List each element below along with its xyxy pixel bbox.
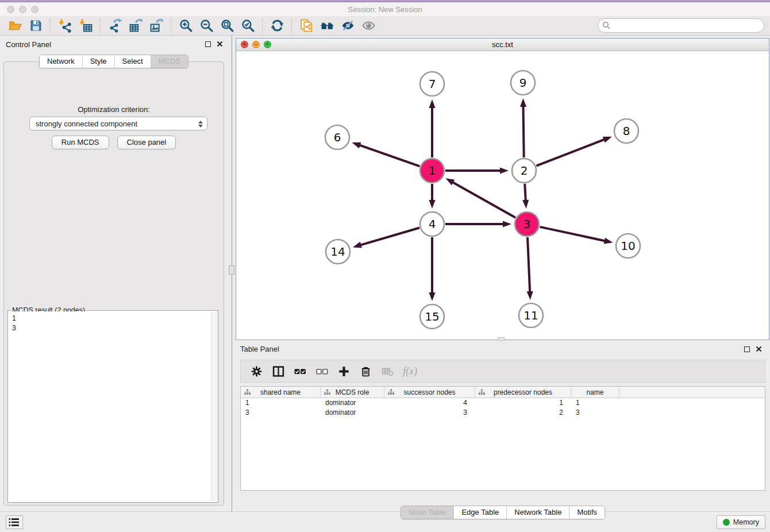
table-cell[interactable]: dominator bbox=[321, 408, 384, 418]
delete-table-icon bbox=[378, 363, 397, 380]
column-header-name[interactable]: name bbox=[571, 387, 619, 398]
graph-edge-2-3[interactable] bbox=[525, 184, 526, 202]
deselect-all-checkboxes-icon[interactable] bbox=[312, 363, 332, 380]
graph-edge-2-8[interactable] bbox=[536, 139, 606, 166]
import-table-icon[interactable] bbox=[77, 18, 94, 34]
graph-edge-3-11[interactable] bbox=[528, 237, 530, 294]
graph-node-label: 1 bbox=[429, 164, 436, 178]
tab-node-table[interactable]: Node Table bbox=[401, 506, 454, 519]
zoom-fit-icon[interactable] bbox=[218, 18, 236, 34]
session-title: Session: New Session bbox=[0, 5, 770, 14]
show-all-icon[interactable] bbox=[360, 18, 377, 34]
mcds-result-box: MCDS result (2 nodes) 13 bbox=[7, 310, 218, 503]
graph-edge-arrowhead bbox=[522, 200, 529, 209]
table-panel-title: Table Panel bbox=[240, 345, 279, 353]
tab-motifs[interactable]: Motifs bbox=[569, 506, 605, 519]
application-window: Session: New Session Control Panel bbox=[0, 0, 770, 532]
toolbar-separator bbox=[100, 18, 101, 33]
run-mcds-button[interactable]: Run MCDS bbox=[52, 136, 109, 149]
open-session-icon[interactable] bbox=[6, 18, 24, 34]
graph-edge-4-14[interactable] bbox=[359, 228, 419, 245]
main-toolbar bbox=[0, 16, 770, 36]
table-row[interactable]: 3dominator323 bbox=[241, 408, 765, 418]
table-cell[interactable]: 2 bbox=[475, 408, 571, 418]
result-line: 1 bbox=[12, 314, 217, 323]
tab-mcds[interactable]: MCDS bbox=[151, 55, 188, 68]
criterion-dropdown[interactable]: strongly connected component bbox=[29, 117, 207, 130]
network-resize-grip[interactable] bbox=[498, 337, 505, 341]
float-panel-icon[interactable] bbox=[205, 41, 211, 47]
table-cell[interactable]: 3 bbox=[571, 408, 619, 418]
column-header-predecessor-nodes[interactable]: predecessor nodes bbox=[475, 387, 571, 398]
mcds-result-text[interactable]: 13 bbox=[9, 311, 217, 502]
export-table-icon[interactable] bbox=[127, 18, 144, 34]
import-network-icon[interactable] bbox=[56, 18, 74, 34]
tab-network[interactable]: Network bbox=[40, 55, 82, 68]
graph-edge-arrowhead bbox=[352, 142, 361, 149]
search-field bbox=[598, 18, 764, 33]
graph-edge-arrowhead bbox=[503, 221, 511, 227]
task-history-button[interactable] bbox=[6, 515, 23, 529]
minimize-traffic-icon[interactable] bbox=[19, 6, 26, 13]
graph-edge-2-9[interactable] bbox=[523, 105, 523, 157]
column-header-shared-name[interactable]: shared name bbox=[241, 387, 321, 398]
zoom-in-icon[interactable] bbox=[177, 18, 194, 34]
graph-edge-1-6[interactable] bbox=[358, 145, 419, 167]
table-settings-icon[interactable] bbox=[247, 363, 266, 380]
graph-edge-arrowhead bbox=[353, 242, 362, 248]
export-network-icon[interactable] bbox=[106, 18, 124, 34]
tab-style[interactable]: Style bbox=[82, 55, 114, 68]
table-body: 1dominator4113dominator323 bbox=[241, 398, 765, 418]
column-header-successor-nodes[interactable]: successor nodes bbox=[384, 387, 475, 398]
function-builder-icon: f(x) bbox=[403, 365, 417, 377]
close-panel-button[interactable]: Close panel bbox=[117, 136, 176, 149]
graph-node-label: 4 bbox=[429, 217, 436, 231]
network-window-titlebar[interactable]: scc.txt bbox=[236, 38, 769, 51]
result-line: 3 bbox=[12, 323, 217, 333]
zoom-selected-icon[interactable] bbox=[239, 18, 256, 34]
delete-row-icon[interactable] bbox=[356, 363, 375, 380]
table-cell[interactable]: 1 bbox=[241, 398, 321, 408]
graph-node-label: 2 bbox=[521, 164, 528, 178]
graph-edge-3-10[interactable] bbox=[540, 227, 606, 241]
close-table-panel-icon[interactable] bbox=[756, 346, 762, 352]
float-table-panel-icon[interactable] bbox=[744, 346, 750, 352]
toolbar-separator bbox=[291, 18, 292, 33]
network-canvas[interactable]: 7968124314101511 bbox=[236, 51, 769, 340]
duplicate-network-icon[interactable] bbox=[298, 18, 315, 34]
splitter-grip[interactable] bbox=[229, 265, 234, 275]
table-cell[interactable]: 3 bbox=[384, 408, 475, 418]
tab-network-table[interactable]: Network Table bbox=[506, 506, 569, 519]
column-header-MCDS-role[interactable]: MCDS role bbox=[321, 387, 384, 398]
toolbar-separator bbox=[262, 18, 263, 33]
table-cell[interactable]: 4 bbox=[384, 398, 475, 408]
zoom-traffic-icon[interactable] bbox=[31, 6, 38, 13]
table-cell[interactable]: 1 bbox=[475, 398, 571, 408]
save-session-icon[interactable] bbox=[27, 18, 44, 34]
export-image-icon[interactable] bbox=[148, 18, 165, 34]
graph-node-label: 10 bbox=[621, 239, 635, 253]
select-all-checkboxes-icon[interactable] bbox=[290, 363, 310, 380]
toggle-columns-icon[interactable] bbox=[268, 363, 288, 380]
graph-node-label: 14 bbox=[330, 245, 345, 259]
result-scrollbar[interactable] bbox=[211, 312, 217, 501]
table-cell[interactable]: dominator bbox=[321, 398, 384, 408]
panel-splitter[interactable] bbox=[228, 36, 236, 511]
memory-button[interactable]: Memory bbox=[717, 515, 765, 529]
first-neighbors-icon[interactable] bbox=[318, 18, 336, 34]
graph-edge-3-1[interactable] bbox=[451, 182, 515, 218]
close-traffic-icon[interactable] bbox=[7, 6, 14, 13]
search-input[interactable] bbox=[598, 18, 764, 33]
zoom-out-icon[interactable] bbox=[198, 18, 215, 34]
close-panel-icon[interactable] bbox=[217, 41, 223, 47]
add-row-icon[interactable] bbox=[334, 363, 353, 380]
memory-status-icon bbox=[723, 519, 730, 526]
table-cell[interactable]: 1 bbox=[571, 398, 619, 408]
tab-select[interactable]: Select bbox=[114, 55, 151, 68]
refresh-layout-icon[interactable] bbox=[268, 18, 286, 34]
table-cell[interactable]: 3 bbox=[241, 408, 321, 418]
tab-edge-table[interactable]: Edge Table bbox=[453, 506, 506, 519]
hide-selected-icon[interactable] bbox=[339, 18, 356, 34]
table-row[interactable]: 1dominator411 bbox=[241, 398, 765, 408]
graph-edge-arrowhead bbox=[500, 167, 509, 174]
